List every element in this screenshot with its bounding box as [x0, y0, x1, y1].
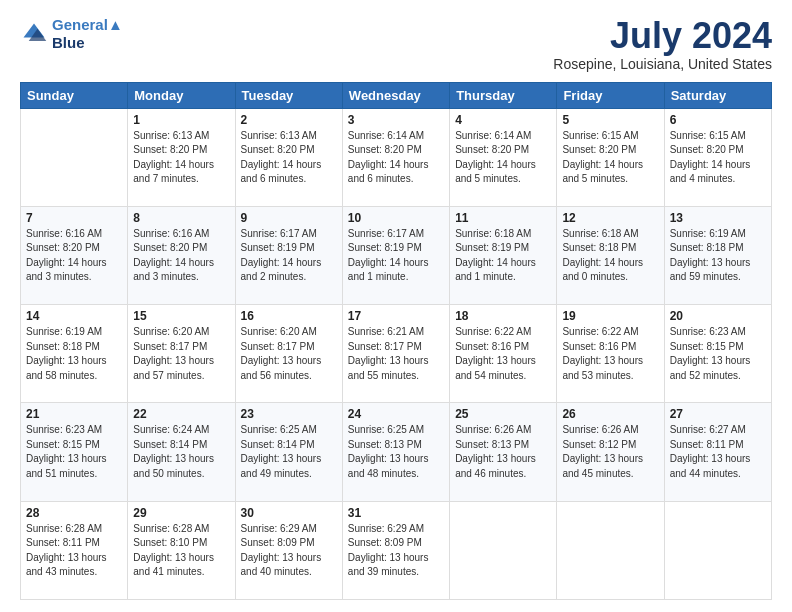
calendar-week-4: 21Sunrise: 6:23 AMSunset: 8:15 PMDayligh…	[21, 403, 772, 501]
calendar-cell: 13Sunrise: 6:19 AMSunset: 8:18 PMDayligh…	[664, 206, 771, 304]
calendar-cell: 30Sunrise: 6:29 AMSunset: 8:09 PMDayligh…	[235, 501, 342, 599]
calendar-cell: 6Sunrise: 6:15 AMSunset: 8:20 PMDaylight…	[664, 108, 771, 206]
calendar-cell: 1Sunrise: 6:13 AMSunset: 8:20 PMDaylight…	[128, 108, 235, 206]
cell-text: Sunrise: 6:26 AMSunset: 8:12 PMDaylight:…	[562, 423, 658, 481]
cell-text: Sunrise: 6:13 AMSunset: 8:20 PMDaylight:…	[241, 129, 337, 187]
day-number: 6	[670, 113, 766, 127]
day-number: 26	[562, 407, 658, 421]
day-number: 4	[455, 113, 551, 127]
day-header-friday: Friday	[557, 82, 664, 108]
cell-text: Sunrise: 6:18 AMSunset: 8:18 PMDaylight:…	[562, 227, 658, 285]
day-number: 19	[562, 309, 658, 323]
calendar-cell: 14Sunrise: 6:19 AMSunset: 8:18 PMDayligh…	[21, 305, 128, 403]
logo-text: General▲ Blue	[52, 16, 123, 52]
day-number: 27	[670, 407, 766, 421]
cell-text: Sunrise: 6:28 AMSunset: 8:11 PMDaylight:…	[26, 522, 122, 580]
day-number: 22	[133, 407, 229, 421]
calendar-cell: 15Sunrise: 6:20 AMSunset: 8:17 PMDayligh…	[128, 305, 235, 403]
calendar-cell: 31Sunrise: 6:29 AMSunset: 8:09 PMDayligh…	[342, 501, 449, 599]
cell-text: Sunrise: 6:19 AMSunset: 8:18 PMDaylight:…	[670, 227, 766, 285]
calendar-cell: 26Sunrise: 6:26 AMSunset: 8:12 PMDayligh…	[557, 403, 664, 501]
cell-text: Sunrise: 6:15 AMSunset: 8:20 PMDaylight:…	[562, 129, 658, 187]
day-number: 20	[670, 309, 766, 323]
day-header-sunday: Sunday	[21, 82, 128, 108]
title-block: July 2024 Rosepine, Louisiana, United St…	[553, 16, 772, 72]
logo-line2: Blue	[52, 34, 123, 52]
day-number: 21	[26, 407, 122, 421]
calendar-cell	[664, 501, 771, 599]
calendar-cell: 18Sunrise: 6:22 AMSunset: 8:16 PMDayligh…	[450, 305, 557, 403]
cell-text: Sunrise: 6:28 AMSunset: 8:10 PMDaylight:…	[133, 522, 229, 580]
calendar-cell: 21Sunrise: 6:23 AMSunset: 8:15 PMDayligh…	[21, 403, 128, 501]
calendar-cell: 23Sunrise: 6:25 AMSunset: 8:14 PMDayligh…	[235, 403, 342, 501]
cell-text: Sunrise: 6:15 AMSunset: 8:20 PMDaylight:…	[670, 129, 766, 187]
cell-text: Sunrise: 6:18 AMSunset: 8:19 PMDaylight:…	[455, 227, 551, 285]
calendar-cell	[557, 501, 664, 599]
cell-text: Sunrise: 6:23 AMSunset: 8:15 PMDaylight:…	[26, 423, 122, 481]
location: Rosepine, Louisiana, United States	[553, 56, 772, 72]
cell-text: Sunrise: 6:29 AMSunset: 8:09 PMDaylight:…	[241, 522, 337, 580]
day-number: 12	[562, 211, 658, 225]
calendar-cell: 11Sunrise: 6:18 AMSunset: 8:19 PMDayligh…	[450, 206, 557, 304]
cell-text: Sunrise: 6:22 AMSunset: 8:16 PMDaylight:…	[455, 325, 551, 383]
calendar-cell: 10Sunrise: 6:17 AMSunset: 8:19 PMDayligh…	[342, 206, 449, 304]
day-number: 17	[348, 309, 444, 323]
cell-text: Sunrise: 6:25 AMSunset: 8:14 PMDaylight:…	[241, 423, 337, 481]
calendar-cell: 7Sunrise: 6:16 AMSunset: 8:20 PMDaylight…	[21, 206, 128, 304]
cell-text: Sunrise: 6:25 AMSunset: 8:13 PMDaylight:…	[348, 423, 444, 481]
day-number: 23	[241, 407, 337, 421]
calendar-cell: 22Sunrise: 6:24 AMSunset: 8:14 PMDayligh…	[128, 403, 235, 501]
month-title: July 2024	[553, 16, 772, 56]
calendar-cell	[21, 108, 128, 206]
calendar-table: SundayMondayTuesdayWednesdayThursdayFrid…	[20, 82, 772, 600]
cell-text: Sunrise: 6:16 AMSunset: 8:20 PMDaylight:…	[133, 227, 229, 285]
day-number: 11	[455, 211, 551, 225]
calendar-cell: 27Sunrise: 6:27 AMSunset: 8:11 PMDayligh…	[664, 403, 771, 501]
day-number: 10	[348, 211, 444, 225]
calendar-week-3: 14Sunrise: 6:19 AMSunset: 8:18 PMDayligh…	[21, 305, 772, 403]
cell-text: Sunrise: 6:27 AMSunset: 8:11 PMDaylight:…	[670, 423, 766, 481]
day-number: 15	[133, 309, 229, 323]
calendar-cell: 9Sunrise: 6:17 AMSunset: 8:19 PMDaylight…	[235, 206, 342, 304]
cell-text: Sunrise: 6:14 AMSunset: 8:20 PMDaylight:…	[348, 129, 444, 187]
day-number: 24	[348, 407, 444, 421]
cell-text: Sunrise: 6:20 AMSunset: 8:17 PMDaylight:…	[133, 325, 229, 383]
day-number: 25	[455, 407, 551, 421]
day-header-monday: Monday	[128, 82, 235, 108]
calendar-cell: 28Sunrise: 6:28 AMSunset: 8:11 PMDayligh…	[21, 501, 128, 599]
day-header-saturday: Saturday	[664, 82, 771, 108]
day-number: 16	[241, 309, 337, 323]
cell-text: Sunrise: 6:19 AMSunset: 8:18 PMDaylight:…	[26, 325, 122, 383]
cell-text: Sunrise: 6:23 AMSunset: 8:15 PMDaylight:…	[670, 325, 766, 383]
day-number: 1	[133, 113, 229, 127]
day-header-thursday: Thursday	[450, 82, 557, 108]
cell-text: Sunrise: 6:29 AMSunset: 8:09 PMDaylight:…	[348, 522, 444, 580]
cell-text: Sunrise: 6:17 AMSunset: 8:19 PMDaylight:…	[241, 227, 337, 285]
cell-text: Sunrise: 6:16 AMSunset: 8:20 PMDaylight:…	[26, 227, 122, 285]
page: General▲ Blue July 2024 Rosepine, Louisi…	[0, 0, 792, 612]
calendar-cell: 12Sunrise: 6:18 AMSunset: 8:18 PMDayligh…	[557, 206, 664, 304]
calendar-week-1: 1Sunrise: 6:13 AMSunset: 8:20 PMDaylight…	[21, 108, 772, 206]
day-number: 7	[26, 211, 122, 225]
logo: General▲ Blue	[20, 16, 123, 52]
day-number: 29	[133, 506, 229, 520]
day-header-wednesday: Wednesday	[342, 82, 449, 108]
calendar-week-2: 7Sunrise: 6:16 AMSunset: 8:20 PMDaylight…	[21, 206, 772, 304]
calendar-week-5: 28Sunrise: 6:28 AMSunset: 8:11 PMDayligh…	[21, 501, 772, 599]
calendar-cell: 2Sunrise: 6:13 AMSunset: 8:20 PMDaylight…	[235, 108, 342, 206]
day-number: 5	[562, 113, 658, 127]
calendar-cell: 19Sunrise: 6:22 AMSunset: 8:16 PMDayligh…	[557, 305, 664, 403]
calendar-cell: 24Sunrise: 6:25 AMSunset: 8:13 PMDayligh…	[342, 403, 449, 501]
logo-line1: General	[52, 16, 108, 33]
day-number: 18	[455, 309, 551, 323]
day-number: 28	[26, 506, 122, 520]
day-number: 14	[26, 309, 122, 323]
cell-text: Sunrise: 6:26 AMSunset: 8:13 PMDaylight:…	[455, 423, 551, 481]
logo-icon	[20, 20, 48, 48]
logo-line1b: ▲	[108, 16, 123, 33]
cell-text: Sunrise: 6:24 AMSunset: 8:14 PMDaylight:…	[133, 423, 229, 481]
calendar-cell: 8Sunrise: 6:16 AMSunset: 8:20 PMDaylight…	[128, 206, 235, 304]
day-number: 3	[348, 113, 444, 127]
day-number: 2	[241, 113, 337, 127]
header: General▲ Blue July 2024 Rosepine, Louisi…	[20, 16, 772, 72]
